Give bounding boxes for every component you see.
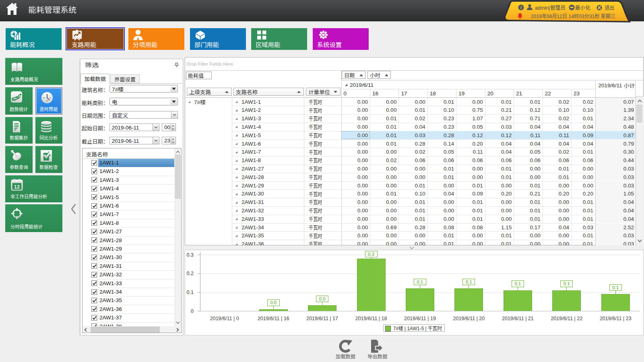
svg-text:admin|管理员: admin|管理员 xyxy=(535,5,566,11)
svg-text:7#楼: 7#楼 xyxy=(194,99,206,105)
svg-text:数据集抄: 数据集抄 xyxy=(10,135,28,141)
svg-text:退出: 退出 xyxy=(605,5,615,11)
svg-text:筛选: 筛选 xyxy=(85,62,99,68)
svg-text:千瓦时: 千瓦时 xyxy=(309,141,322,147)
svg-text:小计: 小计 xyxy=(624,82,635,88)
svg-text:加载数据: 加载数据 xyxy=(336,354,355,360)
svg-text:千瓦时: 千瓦时 xyxy=(309,191,322,197)
svg-text:分项用能: 分项用能 xyxy=(133,41,157,48)
svg-text:系统设置: 系统设置 xyxy=(317,41,342,48)
svg-text:支路名称: 支路名称 xyxy=(86,151,108,157)
svg-text:区域用能: 区域用能 xyxy=(256,41,280,48)
svg-text:千瓦时: 千瓦时 xyxy=(309,149,322,155)
svg-text:起始日期：: 起始日期： xyxy=(82,125,108,131)
svg-text:2019年06月12日 14时03分31秒 星期三: 2019年06月12日 14时03分31秒 星期三 xyxy=(531,13,615,19)
svg-text:计量单位: 计量单位 xyxy=(308,89,330,95)
svg-text:千瓦时: 千瓦时 xyxy=(309,107,322,113)
svg-text:千瓦时: 千瓦时 xyxy=(309,241,322,245)
svg-text:最小化: 最小化 xyxy=(575,5,590,11)
svg-text:日期: 日期 xyxy=(344,72,355,78)
svg-text:分时段用能统计: 分时段用能统计 xyxy=(10,224,43,230)
svg-text:数据检查: 数据检查 xyxy=(39,165,58,170)
svg-text:千瓦时: 千瓦时 xyxy=(309,116,322,122)
svg-text:能耗值: 能耗值 xyxy=(188,73,204,79)
svg-text:支路名称: 支路名称 xyxy=(236,89,258,95)
svg-text:同比分析: 同比分析 xyxy=(39,135,58,141)
svg-text:界面设置: 界面设置 xyxy=(114,76,136,82)
svg-text:支路用能: 支路用能 xyxy=(72,41,96,48)
svg-text:上级支路: 上级支路 xyxy=(189,89,211,95)
svg-text:7#楼: 7#楼 xyxy=(112,86,124,93)
svg-text:小时: 小时 xyxy=(370,72,380,78)
svg-text:千瓦时: 千瓦时 xyxy=(309,183,322,189)
svg-text:千瓦时: 千瓦时 xyxy=(309,216,322,222)
svg-text:千瓦时: 千瓦时 xyxy=(309,158,322,164)
svg-text:12: 12 xyxy=(14,184,19,190)
svg-text:千瓦时: 千瓦时 xyxy=(309,175,322,181)
svg-text:千瓦时: 千瓦时 xyxy=(309,200,322,206)
svg-text:千瓦时: 千瓦时 xyxy=(309,233,322,239)
svg-text:千瓦时: 千瓦时 xyxy=(309,124,322,130)
svg-text:能耗管理系统: 能耗管理系统 xyxy=(28,6,76,14)
svg-text:能耗概况: 能耗概况 xyxy=(10,41,35,48)
svg-text:电: 电 xyxy=(112,99,118,105)
svg-text:千瓦时: 千瓦时 xyxy=(309,224,322,230)
svg-text:日期范围：: 日期范围： xyxy=(82,113,108,119)
svg-text:导出数据: 导出数据 xyxy=(367,354,388,360)
svg-text:千瓦时: 千瓦时 xyxy=(309,208,322,214)
svg-text:加载数据: 加载数据 xyxy=(85,76,106,82)
svg-text:千瓦时: 千瓦时 xyxy=(309,99,322,105)
svg-text:支路用能概况: 支路用能概况 xyxy=(10,77,38,82)
svg-text:i: i xyxy=(520,5,522,10)
svg-text:7#楼 | 1AW1-5 | 千瓦时: 7#楼 | 1AW1-5 | 千瓦时 xyxy=(393,326,442,331)
svg-text:逐时用能: 逐时用能 xyxy=(39,107,58,112)
svg-text:非工作日用能分析: 非工作日用能分析 xyxy=(10,194,47,200)
svg-text:千瓦时: 千瓦时 xyxy=(309,133,322,139)
svg-text:部门用能: 部门用能 xyxy=(194,41,219,48)
svg-text:能耗类别：: 能耗类别： xyxy=(82,100,108,106)
svg-text:千瓦时: 千瓦时 xyxy=(309,166,322,172)
svg-text:自定义: 自定义 xyxy=(112,113,128,119)
svg-text:趋势统计: 趋势统计 xyxy=(10,107,28,112)
svg-text:截止日期：: 截止日期： xyxy=(82,138,108,144)
svg-text:参数查询: 参数查询 xyxy=(10,165,28,170)
svg-text:建筑名称：: 建筑名称： xyxy=(82,87,108,93)
